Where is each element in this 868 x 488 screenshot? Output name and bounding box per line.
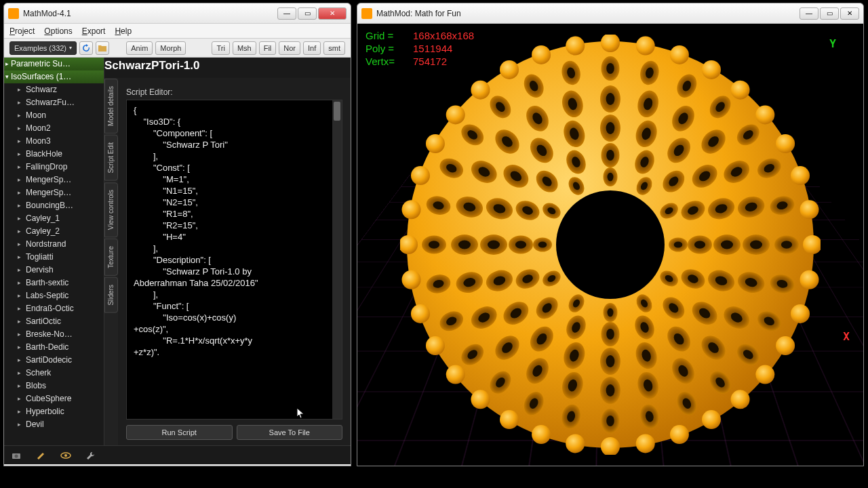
svg-point-219 xyxy=(471,390,490,409)
vert-label: Vertx= xyxy=(366,55,413,68)
svg-point-220 xyxy=(446,365,465,384)
tree-item[interactable]: Moon2 xyxy=(4,122,104,135)
tree-item[interactable]: FallingDrop xyxy=(4,161,104,174)
menu-options[interactable]: Options xyxy=(44,26,72,36)
svg-point-99 xyxy=(606,93,615,105)
refresh-icon[interactable] xyxy=(79,41,93,55)
tab-sliders[interactable]: Sliders xyxy=(104,277,118,313)
model-tree[interactable]: Parametric Su… IsoSurfaces (1… SchwarzSc… xyxy=(4,58,104,445)
nor-button[interactable]: Nor xyxy=(279,41,300,55)
menu-export[interactable]: Export xyxy=(82,26,106,36)
svg-point-221 xyxy=(426,336,445,355)
script-textarea[interactable]: { "Iso3D": { "Component": [ "Schwarz P T… xyxy=(126,100,342,420)
run-script-button[interactable]: Run Script xyxy=(126,425,233,440)
tab-script-edit[interactable]: Script Edit xyxy=(104,135,118,181)
svg-point-63 xyxy=(750,241,762,249)
tree-item[interactable]: Breske-No… xyxy=(4,328,104,341)
svg-point-209 xyxy=(776,336,795,355)
save-to-file-button[interactable]: Save To File xyxy=(237,425,343,440)
viewer-title: MathMod: Math for Fun xyxy=(376,9,800,18)
svg-point-229 xyxy=(471,81,490,100)
tab-view-controls[interactable]: View controls xyxy=(104,182,118,237)
tree-item[interactable]: MengerSp… xyxy=(4,186,104,199)
svg-point-141 xyxy=(606,122,615,134)
folder-icon[interactable] xyxy=(96,41,109,55)
menu-help[interactable]: Help xyxy=(115,26,132,36)
tree-item[interactable]: Moon3 xyxy=(4,135,104,148)
tree-item[interactable]: Dervish xyxy=(4,264,104,277)
viewer-window: MathMod: Math for Fun ― ▭ ✕ xyxy=(357,3,864,466)
tree-item[interactable]: BlackHole xyxy=(4,148,104,161)
tree-item[interactable]: Cayley_2 xyxy=(4,225,104,238)
tree-item[interactable]: SartiOctic xyxy=(4,315,104,328)
msh-button[interactable]: Msh xyxy=(233,41,256,55)
close-button[interactable]: ✕ xyxy=(318,7,347,20)
svg-point-234 xyxy=(636,37,655,56)
tree-item[interactable]: Hyperbolic xyxy=(4,405,104,418)
tree-item[interactable]: SartiDodecic xyxy=(4,354,104,367)
tree-item[interactable]: Barth-Dedic xyxy=(4,341,104,354)
svg-point-222 xyxy=(411,304,430,323)
svg-point-3 xyxy=(64,454,67,457)
tri-button[interactable]: Tri xyxy=(212,41,229,55)
tree-item[interactable]: Togliatti xyxy=(4,251,104,264)
titlebar-right[interactable]: MathMod: Math for Fun ― ▭ ✕ xyxy=(357,3,863,24)
3d-viewport[interactable]: Grid =168x168x168 Poly =1511944 Vertx=75… xyxy=(357,24,863,466)
svg-point-217 xyxy=(532,425,551,444)
window-title: MathMod-4.1 xyxy=(23,9,277,18)
fil-button[interactable]: Fil xyxy=(259,41,277,55)
svg-point-236 xyxy=(702,60,721,79)
titlebar-left[interactable]: MathMod-4.1 ― ▭ ✕ xyxy=(4,3,351,24)
svg-point-214 xyxy=(636,434,655,453)
eye-icon[interactable] xyxy=(60,450,72,461)
svg-point-241 xyxy=(800,200,818,219)
tree-item[interactable]: Schwarz xyxy=(4,83,104,96)
brush-icon[interactable] xyxy=(35,450,47,461)
svg-point-213 xyxy=(670,425,689,444)
tree-parametric[interactable]: Parametric Su… xyxy=(4,58,104,70)
code-scrollbar[interactable] xyxy=(332,100,342,419)
maximize-button[interactable]: ▭ xyxy=(298,7,317,20)
svg-point-235 xyxy=(670,45,689,64)
menu-project[interactable]: Project xyxy=(9,26,35,36)
close-button[interactable]: ✕ xyxy=(840,7,859,20)
tab-model-details[interactable]: Model details xyxy=(104,79,118,134)
tab-texture[interactable]: Texture xyxy=(104,239,118,276)
svg-point-35 xyxy=(429,241,439,249)
tree-isosurfaces[interactable]: IsoSurfaces (1… xyxy=(4,70,104,83)
maximize-button[interactable]: ▭ xyxy=(820,7,839,20)
svg-point-49 xyxy=(606,63,614,74)
minimize-button[interactable]: ― xyxy=(277,7,296,20)
tree-item[interactable]: Cayley_1 xyxy=(4,212,104,225)
svg-point-212 xyxy=(702,410,721,429)
smt-button[interactable]: smt xyxy=(323,41,345,55)
svg-point-151 xyxy=(694,241,705,249)
svg-point-211 xyxy=(731,390,750,409)
tree-item[interactable]: Labs-Septic xyxy=(4,289,104,302)
tree-item[interactable]: Devil xyxy=(4,418,104,431)
grid-value: 168x168x168 xyxy=(413,29,474,42)
tree-item[interactable]: MengerSp… xyxy=(4,174,104,186)
svg-point-208 xyxy=(791,304,810,323)
tree-item[interactable]: Endraß-Octic xyxy=(4,302,104,315)
wrench-icon[interactable] xyxy=(84,450,96,461)
tree-item[interactable]: BouncingB… xyxy=(4,199,104,212)
svg-point-239 xyxy=(776,134,795,153)
anim-button[interactable]: Anim xyxy=(126,41,153,55)
svg-point-240 xyxy=(791,166,810,185)
tree-item[interactable]: Scherk xyxy=(4,367,104,380)
tree-item[interactable]: CubeSphere xyxy=(4,392,104,405)
svg-point-75 xyxy=(606,384,615,396)
tree-item[interactable]: Nordstrand xyxy=(4,238,104,251)
morph-button[interactable]: Morph xyxy=(155,41,186,55)
tree-item[interactable]: Blobs xyxy=(4,380,104,392)
tree-item[interactable]: Barth-sextic xyxy=(4,277,104,289)
inf-button[interactable]: Inf xyxy=(303,41,321,55)
menubar: Project Options Export Help xyxy=(4,24,351,39)
camera-icon[interactable] xyxy=(11,450,23,461)
tree-item[interactable]: SchwarzFu… xyxy=(4,96,104,109)
minimize-button[interactable]: ― xyxy=(800,7,818,20)
tree-item[interactable]: Moon xyxy=(4,109,104,122)
svg-point-183 xyxy=(674,242,683,248)
examples-combo[interactable]: Examples (332) xyxy=(9,41,77,55)
